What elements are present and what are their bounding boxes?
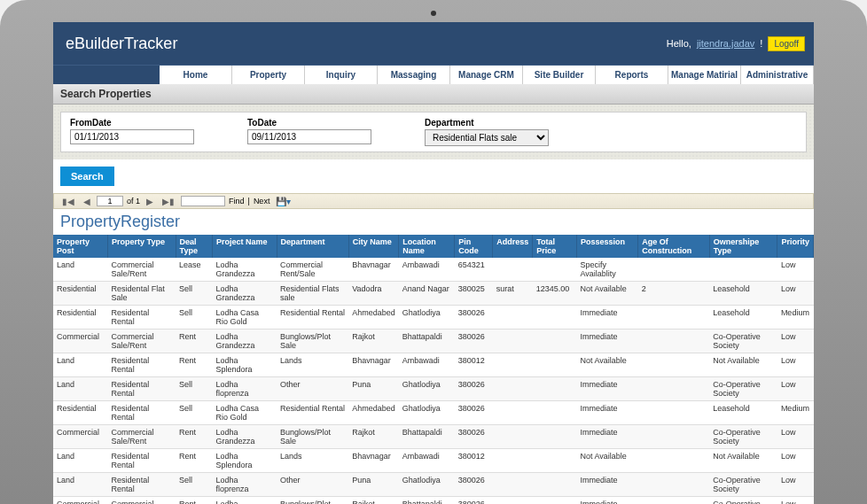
nav-item-manage-crm[interactable]: Manage CRM: [450, 66, 523, 84]
table-cell: Lodha floprenza: [213, 377, 277, 401]
table-cell: Residental Rental: [108, 449, 176, 473]
table-cell: Low: [777, 353, 814, 377]
table-row[interactable]: LandResidental RentalRentLodha Splendora…: [53, 449, 814, 473]
table-cell: [638, 330, 710, 353]
column-header: Pin Code: [455, 235, 493, 258]
table-cell: Lands: [277, 353, 348, 377]
table-cell: Rent: [176, 330, 212, 353]
table-cell: [638, 449, 710, 473]
table-row[interactable]: ResidentialResidental RentalSellLodha Ca…: [53, 306, 814, 330]
table-cell: Low: [777, 377, 814, 401]
table-cell: Immediate: [577, 473, 638, 497]
table-cell: Puna: [348, 473, 399, 497]
table-row[interactable]: LandResidental RentalSellLodha floprenza…: [53, 377, 814, 401]
table-cell: surat: [493, 282, 533, 306]
table-row[interactable]: CommercialCommercial Sale/RentRentLodha …: [53, 330, 814, 353]
table-cell: Other: [277, 377, 348, 401]
nav-item-massaging[interactable]: Massaging: [378, 66, 450, 84]
table-cell: [533, 306, 577, 330]
column-header: Age Of Construction: [638, 235, 710, 258]
table-cell: Lodha Grandezza: [213, 425, 277, 449]
table-cell: [638, 353, 710, 377]
table-cell: Lodha Splendora: [213, 353, 277, 377]
table-cell: Co-Operative Society: [709, 425, 777, 449]
export-icon[interactable]: 💾▾: [273, 197, 293, 206]
table-row[interactable]: ResidentialResidental RentalSellLodha Ca…: [53, 401, 814, 425]
nav-item-property[interactable]: Property: [232, 66, 305, 84]
table-cell: Rent: [176, 425, 212, 449]
table-cell: [493, 401, 533, 425]
table-row[interactable]: CommercialCommercial Sale/RentRentLodha …: [53, 497, 814, 505]
table-cell: Sell: [176, 401, 212, 425]
column-header: Property Type: [108, 235, 176, 258]
table-cell: [638, 473, 710, 497]
nav-item-manage-matirial[interactable]: Manage Matirial: [668, 66, 741, 84]
table-cell: Residental Rental: [108, 473, 176, 497]
table-cell: Sell: [176, 473, 212, 497]
table-cell: Residential Rental: [277, 306, 348, 330]
find-label: Find: [229, 197, 245, 205]
table-cell: [493, 473, 533, 497]
table-cell: Immediate: [577, 306, 638, 330]
last-page-icon[interactable]: ▶▮: [160, 197, 177, 206]
to-date-input[interactable]: [247, 129, 371, 144]
next-label: Next: [254, 197, 270, 205]
table-cell: Sell: [176, 282, 212, 306]
table-cell: Lodha Grandezza: [213, 497, 277, 505]
table-cell: 380026: [455, 377, 493, 401]
table-cell: 380026: [455, 306, 493, 330]
table-cell: Ahmedabed: [348, 401, 399, 425]
main-nav: HomePropertyInquiryMassagingManage CRMSi…: [53, 65, 814, 84]
table-cell: Land: [53, 449, 108, 473]
nav-item-reports[interactable]: Reports: [596, 66, 668, 84]
exclaim: !: [760, 38, 762, 49]
column-header: City Name: [348, 235, 399, 258]
column-header: Priority: [777, 235, 814, 258]
table-cell: Not Available: [709, 353, 777, 377]
table-cell: Bhattapaldi: [399, 497, 455, 505]
table-cell: Rajkot: [348, 330, 399, 353]
department-select[interactable]: Residential Flats sale: [425, 129, 549, 146]
table-cell: Ambawadi: [399, 353, 455, 377]
first-page-icon[interactable]: ▮◀: [59, 197, 77, 206]
table-cell: 380026: [455, 497, 493, 505]
table-cell: [493, 425, 533, 449]
prev-page-icon[interactable]: ◀: [81, 197, 93, 206]
table-row[interactable]: CommercialCommercial Sale/RentRentLodha …: [53, 425, 814, 449]
table-row[interactable]: LandCommercial Sale/RentLeaseLodha Grand…: [53, 258, 814, 282]
table-cell: Residential: [53, 401, 108, 425]
table-cell: Bhattapaldi: [399, 330, 455, 353]
nav-item-home[interactable]: Home: [160, 66, 232, 84]
logoff-button[interactable]: Logoff: [768, 36, 805, 51]
table-cell: [533, 401, 577, 425]
column-header: Property Post: [53, 235, 108, 258]
table-cell: Residental Rental: [108, 306, 176, 330]
table-cell: Ambawadi: [399, 258, 455, 282]
search-button[interactable]: Search: [60, 167, 114, 186]
table-row[interactable]: LandResidental RentalRentLodha Splendora…: [53, 353, 814, 377]
table-cell: 380026: [455, 425, 493, 449]
next-page-icon[interactable]: ▶: [144, 197, 156, 206]
from-date-input[interactable]: [70, 129, 194, 144]
nav-item-site-builder[interactable]: Site Builder: [523, 66, 596, 84]
table-cell: [493, 330, 533, 353]
table-row[interactable]: LandResidental RentalSellLodha floprenza…: [53, 473, 814, 497]
to-date-label: ToDate: [247, 118, 371, 128]
table-cell: [638, 258, 710, 282]
table-cell: Commercial Sale/Rent: [108, 330, 176, 353]
table-cell: [533, 497, 577, 505]
nav-item-administrative[interactable]: Administrative: [741, 66, 814, 84]
find-input[interactable]: [181, 196, 225, 206]
table-cell: Lodha Casa Rio Gold: [213, 306, 277, 330]
nav-item-inquiry[interactable]: Inquiry: [305, 66, 378, 84]
table-cell: Low: [777, 282, 814, 306]
username-link[interactable]: jitendra.jadav: [697, 38, 754, 49]
column-header: Total Price: [533, 235, 577, 258]
column-header: Location Name: [399, 235, 455, 258]
table-cell: 380026: [455, 473, 493, 497]
page-input[interactable]: [97, 196, 123, 206]
table-cell: Sell: [176, 306, 212, 330]
table-row[interactable]: ResidentialResidental Flat SaleSellLodha…: [53, 282, 814, 306]
table-cell: Land: [53, 258, 108, 282]
table-cell: Residental Rental: [108, 377, 176, 401]
